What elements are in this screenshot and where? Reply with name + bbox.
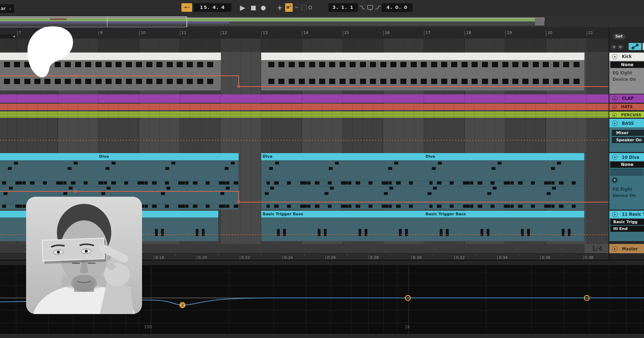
clap-track-lane[interactable] [0,94,609,103]
ableton-live-window: ar ▾ ➔·· 15. 4. 4 ▶ ■ ● + o° ← O 3. 1. 1… [0,0,644,338]
track-name: Kick [622,54,631,59]
play-button[interactable]: ▶ [238,3,247,12]
minor-tick [562,254,562,256]
arrangement-overview[interactable] [0,16,644,27]
basic-lane-trigger[interactable]: Basic Trigg [610,219,644,225]
link-toggle-button[interactable] [629,43,641,50]
bass-lane-speaker-on[interactable]: Speaker On [612,137,644,143]
scrub-area[interactable] [0,39,609,52]
arrangement-position-display[interactable]: 15. 4. 4 [194,3,231,12]
minor-tick [347,254,347,256]
eq-band-number: 4 [586,297,588,300]
diva-input-chooser[interactable]: None [610,162,644,168]
punch-region-icon[interactable] [301,5,307,10]
track-header-diva[interactable]: ▼ 10 Diva [609,153,644,161]
track-header-bass[interactable]: ▶ BASS [609,119,644,127]
minor-tick [304,254,304,256]
percuss-track-lane[interactable] [0,112,609,118]
punch-in-icon[interactable] [359,3,366,12]
bottom-status-strip [0,333,644,338]
minor-tick [175,254,176,256]
loop-switch-icon[interactable] [366,3,374,12]
grid-menu[interactable]: ar ▾ [0,4,14,13]
fold-icon[interactable]: ▶ [612,113,617,117]
record-button[interactable]: ● [259,3,268,12]
track-header-kick[interactable]: ▼ Kick [609,53,644,61]
loop-length-display[interactable]: 4. 0. 0 [382,3,413,12]
eq-frequency-label: 100 [144,324,152,329]
bar-number: 13 [261,31,268,36]
track-name: 11 Basic T [622,212,644,217]
link-icon [629,43,641,50]
kick-device-eq-eight[interactable]: EQ Eight [613,70,632,75]
bar-number: 19 [505,31,512,36]
minor-tick [476,254,476,256]
stop-button[interactable]: ■ [249,3,258,12]
kick-device-on[interactable]: Device On [613,77,636,82]
hats-track-lane[interactable] [0,104,609,110]
bar-number: 18 [465,31,471,36]
punch-out-icon[interactable] [375,3,381,12]
diva-empty-chooser[interactable] [610,169,643,176]
draw-mode-button[interactable]: O [307,3,313,12]
chevron-down-icon: ▾ [9,8,11,11]
add-locator-button[interactable]: + [276,3,283,13]
back-to-arrangement-button[interactable]: ← [294,3,300,12]
white-blob-overlay [27,26,74,78]
next-marker-button[interactable]: ► [618,44,623,50]
overview-playhead [107,16,107,27]
bar-number: 17 [424,31,430,36]
diva-freeze-button[interactable]: ▼ [612,177,618,183]
bar-number: 14 [302,31,308,36]
track-name: CLAP [622,96,634,101]
bar-number: 10 [139,31,146,36]
beat-time-ruler[interactable]: 789101112131415161718192021 [0,27,644,39]
bar-number: 16 [383,31,390,36]
grid-size-label: 1/4 [585,244,609,253]
track-name: Master [622,246,638,251]
follow-button[interactable]: ➔·· [181,3,192,12]
fold-icon[interactable]: ▼ [612,155,618,160]
fold-icon[interactable]: ▼ [612,212,618,217]
bar-number: 9 [98,31,102,36]
kick-input-chooser[interactable]: None [610,62,644,68]
webcam-portrait-overlay [26,197,142,314]
photo-strip [42,238,106,264]
eq-band-number: 2 [181,303,184,307]
bar-number: 20 [546,31,552,36]
minor-tick [390,254,390,256]
grid-menu-label: ar [1,6,6,11]
minor-tick [519,254,519,256]
fold-icon[interactable]: ▶ [612,105,617,109]
minor-tick [218,254,219,256]
track-header-hats[interactable]: ▶ HATS [609,104,644,110]
basic-lane-hi-end[interactable]: Hi End [610,226,644,232]
track-header-master[interactable]: ▶ Master [609,244,644,253]
bar-number: 7 [17,31,21,36]
diva-device-eq-eight[interactable]: EQ Eight [613,187,632,192]
bar-number: 21 [587,31,593,36]
midi-overdub-button[interactable]: o° [285,3,293,12]
set-button[interactable]: Set [613,34,625,39]
fold-icon[interactable]: ▶ [612,121,618,126]
prev-marker-button[interactable]: ◄ [611,44,616,50]
bass-lane-mixer[interactable]: Mixer [612,130,644,136]
track-header-basic[interactable]: ▼ 11 Basic T [609,211,644,218]
bar-number: 12 [221,31,227,36]
fold-icon[interactable]: ▼ [612,54,618,59]
loop-start-display[interactable]: 3. 1. 1 [328,3,358,12]
fold-icon[interactable]: ▶ [612,246,618,251]
track-header-percuss[interactable]: ▶ PERCUSS [609,112,644,118]
fold-icon[interactable]: ▶ [612,96,618,101]
transport-bar: ar ▾ ➔·· 15. 4. 4 ▶ ■ ● + o° ← O 3. 1. 1… [0,0,644,16]
diva-device-on[interactable]: Device On [613,193,636,198]
ruler-scroll-handle[interactable]: ◀ [0,34,16,39]
track-name: 10 Diva [622,155,639,160]
sidebar-edge-button[interactable] [643,43,644,50]
track-header-clap[interactable]: ▶ CLAP [609,94,644,103]
track-name: PERCUSS [621,113,641,117]
track-name: HATS [621,104,633,109]
bar-number: 15 [343,31,349,36]
minor-tick [261,254,262,256]
eq-band-number: 3 [407,297,409,300]
